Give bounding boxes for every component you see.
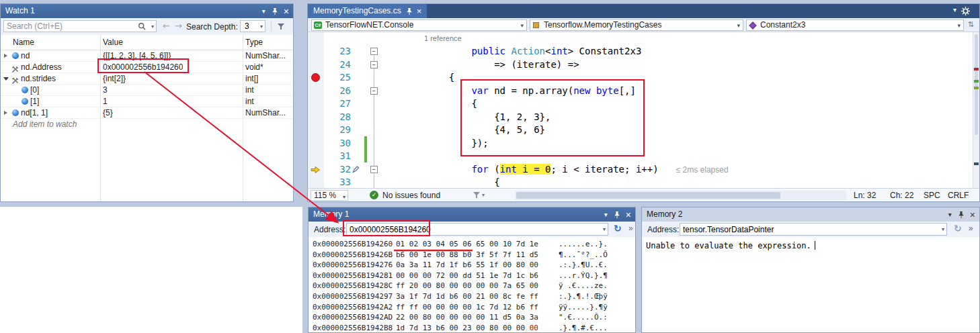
window-position-icon[interactable]: ▾ [948, 207, 952, 222]
line-number[interactable]: 30 [324, 137, 351, 150]
watch-row[interactable]: nd[1, 1]{5}NumShar... [1, 107, 293, 119]
code-line-28[interactable]: {1, 2, 3}, [386, 111, 550, 124]
line-number[interactable]: 25 [324, 71, 351, 85]
close-icon[interactable]: × [970, 210, 975, 220]
line-number[interactable]: 31 [324, 150, 351, 163]
line-number[interactable]: 26 [324, 85, 351, 98]
code-line-32[interactable]: for (int i = 0; i < iterate; i++)≤ 2ms e… [386, 163, 729, 177]
horizontal-scrollbar[interactable] [515, 191, 846, 200]
search-next-icon[interactable]: → [175, 21, 182, 31]
line-number[interactable]: 33 [324, 176, 351, 188]
collapse-region-icon[interactable]: − [370, 87, 378, 95]
window-position-icon[interactable]: ▾ [262, 4, 266, 18]
search-icon[interactable] [138, 22, 147, 31]
memory2-titlebar[interactable]: Memory 2 ▾ × [642, 207, 979, 222]
filter-icon[interactable] [278, 23, 284, 30]
project-combo[interactable]: C# TensorFlowNET.Console ▾ [311, 19, 527, 31]
filter-icon[interactable] [473, 192, 480, 199]
breakpoint-margin[interactable] [308, 32, 324, 188]
code-line-26[interactable]: var nd = np.array(new byte[,] [386, 85, 636, 98]
watch-titlebar[interactable]: Watch 1 ▾ × [1, 4, 293, 18]
search-depth-combo[interactable]: 3 ▾ [240, 20, 266, 32]
pin-icon[interactable] [406, 7, 412, 15]
watch-search-box[interactable]: ▾ [3, 20, 157, 32]
expander-expanded-icon[interactable] [3, 77, 9, 81]
refresh-icon[interactable]: ↻ [614, 223, 622, 234]
memory-row[interactable]: 0x000002556B19426001 02 03 04 05 06 65 0… [309, 239, 635, 250]
watch-row[interactable]: nd{[[1, 2, 3], [4, 5, 6]]}NumShar... [1, 50, 293, 62]
collapse-region-icon[interactable]: − [370, 61, 378, 68]
health-check-icon[interactable]: ✓ [370, 191, 378, 199]
watch-row[interactable]: nd.Address0x000002556b194260void* [1, 62, 293, 73]
code-line-30[interactable]: }); [386, 137, 489, 150]
close-icon[interactable]: × [417, 4, 422, 18]
expander-collapsed-icon[interactable] [4, 111, 7, 115]
code-area[interactable]: 1 reference 23 public Action<int> Consta… [308, 32, 973, 188]
code-line-27[interactable]: { [386, 97, 477, 111]
watch-row[interactable]: nd.strides{int[2]}int[] [1, 73, 293, 85]
search-prev-icon[interactable]: ← [163, 21, 170, 31]
watch-row[interactable]: [1]1int [1, 96, 293, 107]
eol-indicator[interactable]: CRLF [948, 191, 969, 200]
member-combo[interactable]: Constant2x3 ▾ [746, 19, 964, 31]
breakpoint-icon[interactable] [311, 73, 320, 82]
memory-row[interactable]: 0x000002556B1942B81d 7d 13 b6 00 23 00 8… [309, 323, 635, 332]
gear-icon[interactable] [961, 7, 970, 15]
chevron-down-icon[interactable]: ▾ [482, 192, 485, 198]
memory2-body[interactable]: Unable to evaluate the expression. [642, 237, 979, 332]
column-header-type[interactable]: Type [245, 38, 263, 47]
expander-collapsed-icon[interactable] [4, 54, 7, 58]
codelens-references[interactable]: 1 reference [424, 34, 462, 42]
line-number[interactable]: 23 [324, 45, 351, 58]
space-indicator[interactable]: SPC [924, 191, 940, 200]
toolbar-overflow-icon[interactable]: » [969, 224, 973, 233]
column-indicator[interactable]: Ch: 22 [890, 191, 913, 200]
line-number[interactable]: 24 [324, 58, 351, 72]
line-number[interactable]: 28 [324, 111, 351, 124]
type-combo[interactable]: Tensorflow.MemoryTestingCases ▾ [530, 19, 743, 31]
memory-dump[interactable]: 0x000002556B19426001 02 03 04 05 06 65 0… [309, 237, 635, 332]
line-indicator[interactable]: Ln: 32 [854, 191, 876, 200]
memory1-titlebar[interactable]: Memory 1 ▾ × [309, 207, 635, 222]
issues-label[interactable]: No issues found [382, 191, 440, 200]
pin-icon[interactable] [614, 211, 620, 219]
memory-row[interactable]: 0x000002556B1942A2ff ff 00 00 00 00 1c 7… [309, 302, 635, 313]
pin-icon[interactable] [272, 7, 278, 15]
line-number[interactable]: 29 [324, 124, 351, 137]
address-input[interactable] [347, 224, 598, 235]
code-line-29[interactable]: {4, 5, 6} [386, 124, 545, 137]
zoom-combo[interactable]: 115 % ▾ [311, 190, 348, 201]
collapse-region-icon[interactable]: − [370, 48, 378, 55]
close-icon[interactable]: × [284, 7, 289, 16]
memory-row[interactable]: 0x000002556B19426Bb6 00 1e 00 88 b0 3f 5… [309, 250, 635, 260]
vertical-scrollbar[interactable] [973, 32, 979, 188]
line-number[interactable]: 32 [324, 163, 351, 177]
navbar-expand-icon[interactable]: ⇅ [968, 20, 974, 29]
memory-row[interactable]: 0x000002556B1942973a 1f 7d 1d b6 00 21 0… [309, 291, 635, 302]
scrollbar-thumb[interactable] [975, 34, 978, 135]
address-combo[interactable]: ▾ [680, 223, 947, 236]
watch-row[interactable]: [0]3int [1, 85, 293, 96]
memory-row[interactable]: 0x000002556B19428Cff 20 00 80 00 00 00 0… [309, 281, 635, 291]
code-line-25[interactable]: { [386, 71, 454, 85]
memory-row[interactable]: 0x000002556B1942760a 3a 11 7d 1f b6 55 1… [309, 260, 635, 271]
search-options-chevron-icon[interactable]: ▾ [151, 23, 154, 30]
collapse-region-icon[interactable]: − [370, 166, 378, 173]
address-input[interactable] [680, 224, 937, 235]
code-line-33[interactable]: { [386, 176, 500, 188]
code-line-24[interactable]: => (iterate) => [386, 58, 579, 72]
column-header-name[interactable]: Name [13, 38, 34, 47]
address-combo[interactable]: ▾ [346, 223, 608, 236]
column-header-value[interactable]: Value [103, 38, 123, 47]
window-position-icon[interactable]: ▾ [604, 207, 608, 222]
search-input[interactable] [4, 21, 138, 32]
document-list-chevron-icon[interactable]: ▾ [953, 6, 956, 13]
refresh-icon[interactable]: ↻ [954, 223, 962, 234]
chevron-down-icon[interactable]: ▾ [603, 226, 606, 232]
close-icon[interactable]: × [626, 210, 631, 220]
tab-memorytestingcases[interactable]: MemoryTestingCases.cs × [308, 4, 427, 18]
memory-row[interactable]: 0x000002556B19428100 00 00 72 00 dd 51 1… [309, 271, 635, 281]
watch-add-item-row[interactable]: Add item to watch [1, 119, 293, 130]
code-line-23[interactable]: public Action<int> Constant2x3 [386, 45, 641, 58]
toolbar-overflow-icon[interactable]: » [628, 224, 633, 233]
